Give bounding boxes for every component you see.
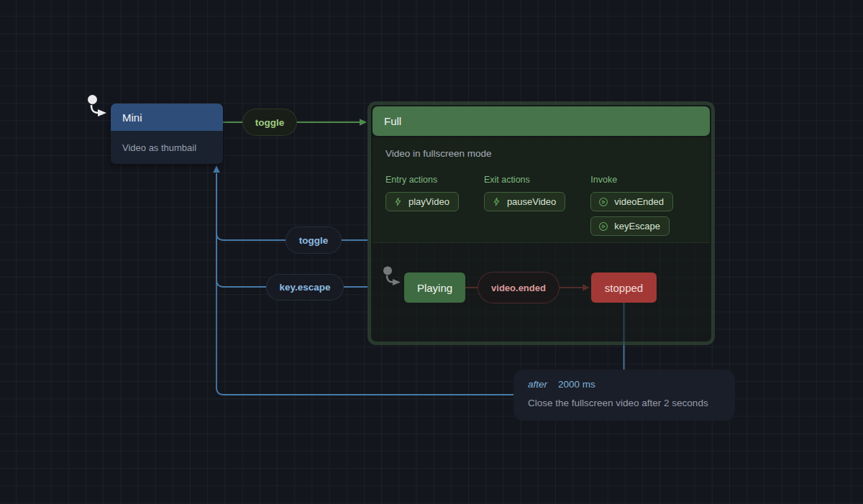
state-node-playing[interactable]: Playing: [404, 272, 465, 303]
bolt-icon: [393, 197, 403, 206]
event-label-video-ended[interactable]: video.ended: [478, 272, 560, 303]
state-node-mini[interactable]: Mini Video as thumbail: [111, 104, 223, 164]
event-label-toggle-blue[interactable]: toggle: [286, 226, 342, 254]
state-node-stopped[interactable]: stopped: [591, 272, 657, 303]
after-description: Close the fullscreen video after 2 secon…: [528, 398, 721, 408]
entry-actions-label: Entry actions: [385, 175, 459, 185]
circle-play-icon: [598, 197, 608, 207]
exit-actions-column: Exit actions pauseVideo: [484, 175, 565, 236]
action-chip-label: pauseVideo: [507, 196, 556, 207]
invoke-chip-keyescape[interactable]: keyEscape: [590, 216, 670, 236]
state-full-info-panel: Video in fullscreen mode Entry actions p…: [373, 137, 710, 243]
state-machine-canvas[interactable]: Mini Video as thumbail toggle Full Video…: [0, 0, 863, 504]
action-chip-label: playVideo: [408, 196, 449, 207]
entry-actions-column: Entry actions playVideo: [385, 175, 459, 236]
state-mini-description: Video as thumbail: [111, 131, 223, 164]
bolt-icon: [492, 197, 501, 206]
state-mini-title[interactable]: Mini: [111, 104, 223, 131]
after-transition-note[interactable]: after 2000 ms Close the fullscreen video…: [513, 370, 735, 421]
initial-state-marker-mini: [88, 95, 106, 116]
arrowhead-into-mini: [213, 165, 219, 173]
invoke-chip-label: keyEscape: [614, 221, 660, 232]
action-chip-pausevideo[interactable]: pauseVideo: [484, 192, 565, 211]
event-label-toggle-green[interactable]: toggle: [242, 109, 297, 136]
invoke-column: Invoke videoEnded keyEscape: [590, 175, 673, 236]
after-keyword: after: [528, 379, 547, 390]
state-node-full[interactable]: Full Video in fullscreen mode Entry acti…: [367, 101, 715, 345]
invoke-chip-label: videoEnded: [614, 196, 664, 207]
exit-actions-label: Exit actions: [484, 175, 565, 185]
invoke-label: Invoke: [590, 175, 673, 185]
arrowhead-into-full: [360, 119, 367, 125]
after-delay-value[interactable]: 2000 ms: [558, 379, 595, 390]
state-full-description: Video in fullscreen mode: [385, 148, 697, 159]
circle-play-icon: [598, 221, 608, 232]
event-label-key-escape[interactable]: key.escape: [266, 274, 344, 301]
invoke-chip-videoended[interactable]: videoEnded: [590, 192, 673, 211]
action-chip-playvideo[interactable]: playVideo: [385, 192, 459, 211]
state-full-title[interactable]: Full: [373, 106, 710, 136]
